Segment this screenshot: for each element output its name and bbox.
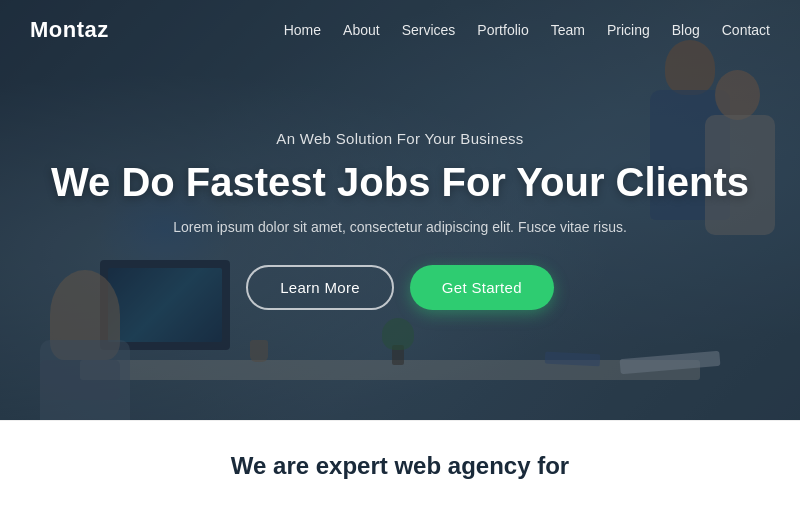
hero-section: Montaz Home About Services Portfolio Tea… — [0, 0, 800, 420]
nav-link-about[interactable]: About — [343, 22, 380, 38]
brand-logo: Montaz — [30, 17, 109, 43]
bottom-title: We are expert web agency for — [231, 452, 569, 480]
nav-item-services[interactable]: Services — [402, 21, 456, 39]
hero-title: We Do Fastest Jobs For Your Clients — [50, 159, 750, 205]
nav-item-about[interactable]: About — [343, 21, 380, 39]
hero-buttons: Learn More Get Started — [50, 265, 750, 310]
hero-content: An Web Solution For Your Business We Do … — [50, 130, 750, 310]
bottom-section: We are expert web agency for — [0, 420, 800, 510]
navbar: Montaz Home About Services Portfolio Tea… — [0, 0, 800, 60]
nav-item-team[interactable]: Team — [551, 21, 585, 39]
nav-item-home[interactable]: Home — [284, 21, 321, 39]
nav-item-pricing[interactable]: Pricing — [607, 21, 650, 39]
nav-link-home[interactable]: Home — [284, 22, 321, 38]
nav-links: Home About Services Portfolio Team Prici… — [284, 21, 770, 39]
nav-link-blog[interactable]: Blog — [672, 22, 700, 38]
learn-more-button[interactable]: Learn More — [246, 265, 394, 310]
nav-link-pricing[interactable]: Pricing — [607, 22, 650, 38]
nav-link-services[interactable]: Services — [402, 22, 456, 38]
hero-description: Lorem ipsum dolor sit amet, consectetur … — [50, 219, 750, 235]
nav-link-contact[interactable]: Contact — [722, 22, 770, 38]
nav-item-blog[interactable]: Blog — [672, 21, 700, 39]
nav-item-portfolio[interactable]: Portfolio — [477, 21, 528, 39]
get-started-button[interactable]: Get Started — [410, 265, 554, 310]
hero-subtitle: An Web Solution For Your Business — [50, 130, 750, 147]
nav-link-portfolio[interactable]: Portfolio — [477, 22, 528, 38]
nav-item-contact[interactable]: Contact — [722, 21, 770, 39]
nav-link-team[interactable]: Team — [551, 22, 585, 38]
